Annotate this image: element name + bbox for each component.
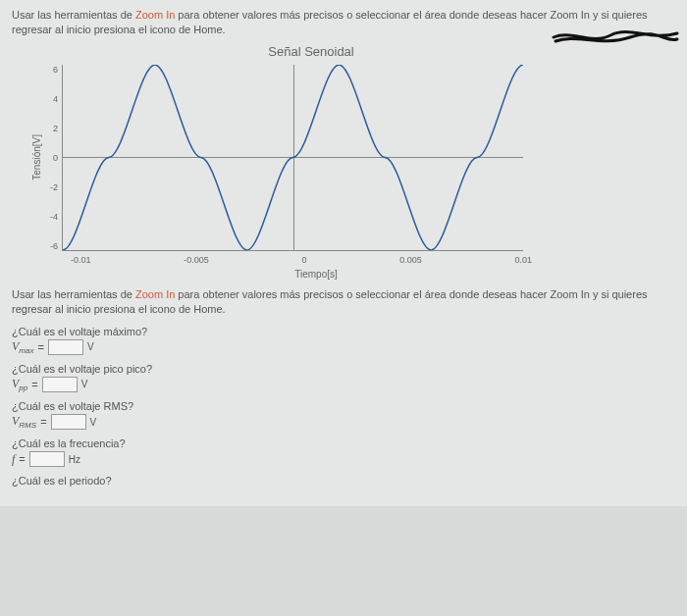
x-axis-label: Tiempo[s] (71, 269, 561, 280)
question-freq: ¿Cuál es la frecuencia? f = Hz (12, 437, 675, 467)
question-vrms: ¿Cuál es el voltaje RMS? VRMS = V (12, 400, 675, 430)
x-ticks: -0.01 -0.005 0 0.005 0.01 (71, 255, 532, 265)
vrms-input[interactable] (51, 414, 86, 430)
y-axis-label: Tensión[V] (31, 134, 42, 180)
plot-area[interactable] (62, 65, 523, 251)
zoom-in-link[interactable]: Zoom In (135, 9, 175, 21)
vmax-input[interactable] (48, 339, 83, 355)
zoom-in-link-2[interactable]: Zoom In (135, 288, 175, 300)
question-period: ¿Cuál es el periodo? (12, 475, 675, 487)
chart-container: Señal Senoidal Tensión[V] 6 4 2 0 -2 -4 … (31, 44, 561, 280)
freq-input[interactable] (29, 451, 65, 467)
question-vmax: ¿Cuál es el voltaje máximo? Vmax = V (12, 326, 675, 355)
redaction-scribble (552, 27, 679, 47)
vpp-input[interactable] (42, 377, 78, 392)
sine-curve (63, 65, 523, 250)
instructions-bottom: Usar las herramientas de Zoom In para ob… (12, 287, 675, 318)
question-vpp: ¿Cuál es el voltaje pico pico? Vpp = V (12, 363, 675, 392)
y-ticks: 6 4 2 0 -2 -4 -6 (46, 65, 62, 251)
chart-title: Señal Senoidal (61, 44, 561, 59)
